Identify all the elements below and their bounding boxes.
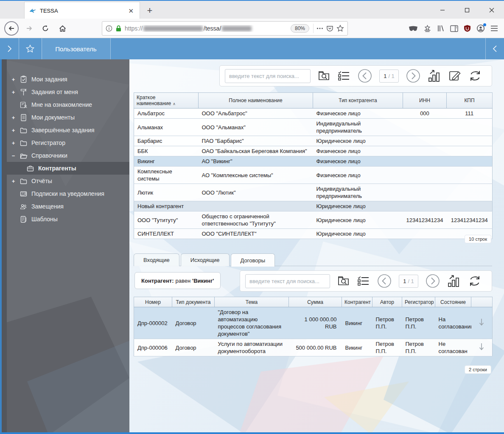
sidebar-item-my-documents[interactable]: + Мои документы	[7, 111, 129, 124]
table-row-selected[interactable]: Дпр-000002 Договор "Договор на автоматиз…	[134, 307, 493, 339]
sidebar-item-dictionaries[interactable]: − Справочники	[7, 149, 129, 162]
library-icon[interactable]	[437, 25, 445, 32]
table-row[interactable]: Дпр-000006 Договор Услуги по автоматизац…	[134, 339, 493, 356]
table-row[interactable]: Комплексные системыАО "Комплексные систе…	[134, 167, 493, 184]
menu-hamburger-icon[interactable]	[490, 25, 498, 31]
tab-incoming[interactable]: Входящие	[134, 253, 179, 266]
table-row[interactable]: Новый контрагентЮридическое лицо	[134, 201, 493, 211]
prev-page-icon[interactable]	[377, 274, 392, 288]
table-row[interactable]: ЛютикООО "Лютик"Индивидуальный предприни…	[134, 184, 493, 201]
view-list-icon[interactable]	[357, 275, 370, 287]
extension-account-icon[interactable]	[476, 24, 485, 33]
pocket-icon[interactable]	[326, 25, 333, 32]
state-arrow-icon[interactable]	[471, 307, 493, 339]
browser-tab[interactable]: TESSA ✕	[24, 2, 140, 19]
column-header-kpp[interactable]: КПП	[447, 93, 493, 108]
prev-page-icon[interactable]	[358, 69, 372, 83]
contracts-table: Номер Тип документа Тема Сумма Контраген…	[134, 297, 493, 356]
table-row[interactable]: БарбарисПАО "Барбарис"Юридическое лицо	[134, 136, 493, 146]
expander[interactable]: +	[11, 89, 16, 95]
bookmark-star-icon[interactable]	[336, 25, 344, 32]
url-bar[interactable]: https:// /tessa/ 80%	[102, 21, 348, 36]
page-actions-icon[interactable]	[316, 27, 323, 30]
column-header-inn[interactable]: ИНН	[403, 93, 447, 108]
sidebar-item-templates[interactable]: Шаблоны	[7, 213, 129, 225]
sidebar-toggle-icon[interactable]	[450, 25, 458, 32]
column-header-state[interactable]: Состояние	[435, 297, 471, 307]
table-row[interactable]: ООО "Тутитуту"Общество с ограниченной от…	[134, 211, 493, 229]
column-header-doc-type[interactable]: Тип документа	[172, 297, 215, 307]
reload-button[interactable]	[38, 21, 53, 36]
containers-mask-icon[interactable]	[409, 26, 418, 31]
expander[interactable]: +	[11, 178, 16, 184]
view-list-icon[interactable]	[338, 70, 350, 82]
sidebar-item-my-tasks[interactable]: + Мои задания	[7, 73, 129, 86]
table-row[interactable]: СИНТЕЛЛЕКТООО "СИНТЕЛЛЕКТ"Юридическое ли…	[134, 229, 493, 239]
table-row[interactable]: ББКОАО "Байкальская Береговая Компания"Ф…	[134, 146, 493, 156]
column-header-full-name[interactable]: Полное наименование	[199, 93, 313, 108]
expander[interactable]: −	[11, 153, 16, 159]
tab-close-icon[interactable]: ✕	[126, 7, 135, 15]
back-button[interactable]	[4, 21, 19, 36]
maximize-button[interactable]	[455, 2, 479, 19]
expander[interactable]: +	[11, 114, 16, 121]
sidebar-item-tasks-from-me[interactable]: + Задания от меня	[7, 86, 129, 98]
table-row-selected[interactable]: ВикингАО "Викинг"Физическое лицо	[134, 156, 493, 167]
sidebar-item-reports[interactable]: + Отчёты	[7, 175, 129, 187]
sidebar-item-substitutions[interactable]: Замещения	[7, 200, 129, 213]
lock-icon[interactable]	[115, 25, 122, 32]
new-tab-button[interactable]: +	[143, 4, 156, 17]
minimize-button[interactable]	[430, 2, 455, 19]
sidebar-item-label: Регистратор	[31, 139, 65, 146]
expand-panel-icon[interactable]	[0, 38, 19, 59]
table-row[interactable]: АльбатросООО "Альбатрос"Физическое лицо0…	[134, 108, 493, 119]
folder-open-icon	[20, 152, 28, 160]
next-page-icon[interactable]	[426, 274, 440, 288]
column-header-number[interactable]: Номер	[134, 297, 172, 307]
close-button[interactable]	[479, 2, 504, 19]
table-row[interactable]: АльманахООО "Альманах"Индивидуальный пре…	[134, 119, 493, 136]
filter-chip[interactable]: Контрагент: равен 'Викинг'	[134, 272, 221, 289]
rows-count-badge: 10 строк	[465, 235, 491, 243]
column-header-subject[interactable]: Тема	[215, 297, 289, 307]
column-header-short-name[interactable]: Краткое наименование∧	[134, 93, 199, 108]
collapse-panel-icon[interactable]	[485, 38, 504, 59]
column-header-registrar[interactable]: Регистратор	[402, 297, 435, 307]
page-indicator[interactable]: 1/ 1	[379, 70, 399, 83]
sidebar-item-registrar[interactable]: + Регистратор	[7, 136, 129, 149]
refresh-icon[interactable]	[468, 70, 482, 82]
tab-contracts[interactable]: Договоры	[231, 253, 275, 267]
expander[interactable]: +	[11, 140, 16, 146]
expander[interactable]: +	[11, 76, 16, 83]
sidebar-item-counterparties[interactable]: Контрагенты	[7, 162, 129, 175]
user-tab[interactable]: Пользователь	[42, 38, 110, 59]
column-header-type[interactable]: Тип контрагента	[313, 93, 403, 108]
chart-view-icon[interactable]	[428, 70, 441, 82]
edit-icon[interactable]	[448, 70, 461, 82]
expander[interactable]: +	[11, 127, 16, 134]
favorites-star-icon[interactable]	[19, 38, 42, 59]
page-indicator[interactable]: 1/ 1	[399, 275, 418, 288]
zoom-level-badge[interactable]: 80%	[291, 24, 309, 33]
bookmarks-menu-icon[interactable]	[423, 25, 431, 33]
refresh-icon[interactable]	[468, 275, 482, 287]
column-header-partner[interactable]: Контрагент	[342, 297, 372, 307]
search-input[interactable]	[245, 274, 330, 288]
site-info-icon[interactable]	[106, 25, 112, 32]
next-page-icon[interactable]	[406, 69, 420, 83]
advanced-search-icon[interactable]	[337, 275, 350, 287]
column-header-author[interactable]: Автор	[372, 297, 402, 307]
sidebar-item-label: Справочники	[31, 152, 67, 159]
sidebar-item-completed-tasks[interactable]: + Завершённые задания	[7, 124, 129, 136]
search-input[interactable]	[225, 69, 311, 83]
advanced-search-icon[interactable]	[318, 70, 330, 82]
ublock-icon[interactable]	[464, 25, 471, 32]
column-header-sum[interactable]: Сумма	[289, 297, 342, 307]
forward-button[interactable]	[22, 21, 36, 36]
state-arrow-icon[interactable]	[471, 339, 493, 356]
chart-view-icon[interactable]	[447, 275, 461, 287]
tab-outgoing[interactable]: Исходящие	[181, 253, 230, 266]
sidebar-item-for-review[interactable]: Мне на ознакомление	[7, 98, 129, 111]
home-button[interactable]	[55, 21, 70, 36]
sidebar-item-subscriptions[interactable]: Подписки на уведомления	[7, 187, 129, 200]
